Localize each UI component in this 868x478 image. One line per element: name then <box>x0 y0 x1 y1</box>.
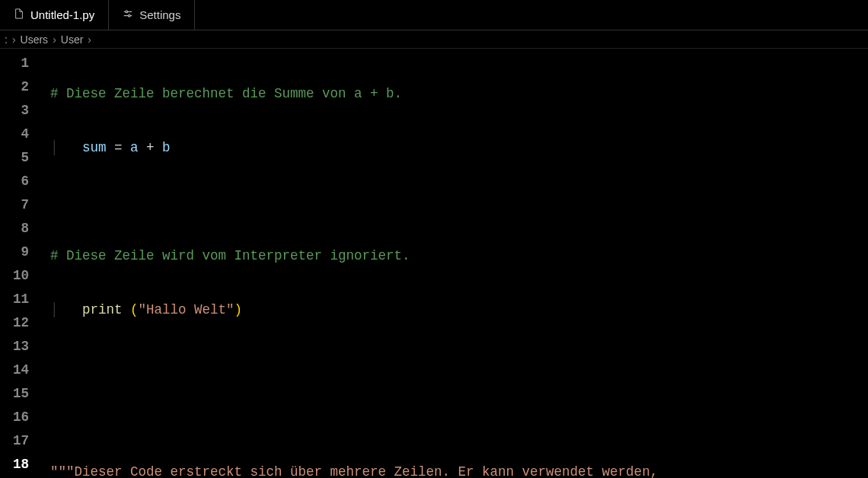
line-number[interactable]: 4 <box>0 123 40 146</box>
line-number[interactable]: 7 <box>0 193 40 217</box>
token-string: "Hallo Welt" <box>139 302 235 317</box>
line-number[interactable]: 5 <box>0 146 40 170</box>
token-op: = <box>107 140 131 155</box>
line-number[interactable]: 12 <box>0 311 40 335</box>
space <box>123 302 131 317</box>
token-var: a <box>130 140 139 155</box>
breadcrumb[interactable]: : Users User <box>0 30 868 49</box>
code-line[interactable] <box>50 406 868 430</box>
indent-guide: │ <box>50 140 82 155</box>
line-number[interactable]: 18 <box>0 453 40 476</box>
token-var: sum <box>82 140 107 155</box>
code-line[interactable]: # Diese Zeile berechnet die Summe von a … <box>50 82 868 106</box>
code-line[interactable]: # Diese Zeile wird vom Interpreter ignor… <box>50 244 868 268</box>
line-number[interactable]: 1 <box>0 52 40 75</box>
tab-settings-label: Settings <box>139 8 180 21</box>
line-number[interactable]: 2 <box>0 75 40 99</box>
line-number[interactable]: 13 <box>0 335 40 358</box>
code-area[interactable]: # Diese Zeile berechnet die Summe von a … <box>40 49 868 478</box>
svg-point-3 <box>129 14 131 17</box>
gutter: 1 2 3 4 5 6 7 8 9 10 11 12 13 14 15 16 1… <box>0 49 40 478</box>
code-line[interactable] <box>50 352 868 376</box>
breadcrumb-sep <box>8 33 21 46</box>
editor[interactable]: 1 2 3 4 5 6 7 8 9 10 11 12 13 14 15 16 1… <box>0 49 868 478</box>
line-number[interactable]: 14 <box>0 358 40 382</box>
line-number[interactable]: 15 <box>0 382 40 406</box>
line-number[interactable]: 9 <box>0 241 40 264</box>
token-docstring: """Dieser Code erstreckt sich über mehre… <box>50 464 658 478</box>
code-line[interactable]: │ print ("Hallo Welt") <box>50 298 868 322</box>
token-comment: # Diese Zeile wird vom Interpreter ignor… <box>50 248 410 263</box>
tabs-bar: Untitled-1.py Settings <box>0 0 868 30</box>
line-number[interactable]: 6 <box>0 170 40 193</box>
breadcrumb-item[interactable]: User <box>61 33 84 46</box>
code-line[interactable] <box>50 190 868 214</box>
token-op: + <box>139 140 163 155</box>
code-line[interactable]: │ sum = a + b <box>50 136 868 160</box>
token-paren: ) <box>235 302 243 317</box>
token-comment: # Diese Zeile berechnet die Summe von a … <box>50 86 402 101</box>
line-number[interactable]: 17 <box>0 429 40 453</box>
line-number[interactable]: 11 <box>0 288 40 311</box>
svg-point-2 <box>126 11 128 13</box>
line-number[interactable]: 10 <box>0 264 40 288</box>
settings-icon <box>123 8 133 21</box>
tab-settings[interactable]: Settings <box>109 0 195 30</box>
line-number[interactable]: 8 <box>0 217 40 241</box>
tab-file-label: Untitled-1.py <box>30 8 94 21</box>
breadcrumb-sep <box>83 33 96 46</box>
file-icon <box>14 8 24 21</box>
indent-guide: │ <box>50 302 82 317</box>
line-number[interactable]: 16 <box>0 406 40 429</box>
token-func: print <box>82 302 123 317</box>
breadcrumb-sep <box>48 33 61 46</box>
line-number[interactable]: 3 <box>0 99 40 123</box>
breadcrumb-item[interactable]: Users <box>21 33 49 46</box>
token-var: b <box>162 140 171 155</box>
token-paren: ( <box>130 302 139 317</box>
code-line[interactable]: """Dieser Code erstreckt sich über mehre… <box>50 460 868 478</box>
tab-file[interactable]: Untitled-1.py <box>0 0 109 30</box>
